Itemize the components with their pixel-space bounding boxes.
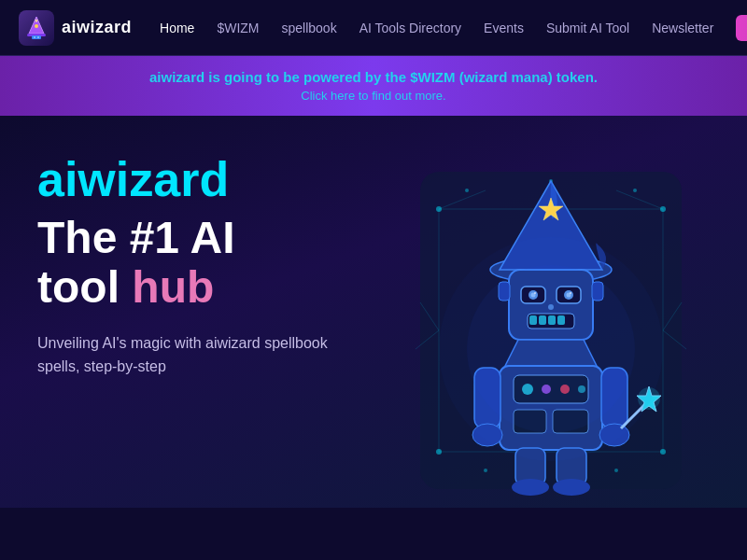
hero-brand: aiwizard [37, 153, 392, 206]
nav-item-ai-tools-directory[interactable]: AI Tools Directory [359, 21, 461, 35]
nav-item-newsletter[interactable]: Newsletter [652, 21, 713, 35]
svg-point-82 [512, 479, 549, 496]
svg-point-2 [35, 24, 38, 28]
svg-point-6 [37, 36, 39, 38]
tagline-white-2: tool [37, 262, 120, 312]
nav-item-events[interactable]: Events [484, 21, 524, 35]
tagline-white-1: The #1 AI [37, 213, 235, 262]
svg-point-14 [436, 449, 442, 455]
svg-point-83 [553, 479, 590, 496]
promo-banner[interactable]: aiwizard is going to be powered by the $… [0, 56, 747, 116]
robot-container [411, 162, 691, 498]
nav-item-affiliate[interactable]: Affiliate [736, 15, 747, 41]
svg-point-85 [439, 237, 663, 461]
site-header: aiwizard Home $WIZM spellbook AI Tools D… [0, 0, 747, 56]
hero-illustration [392, 153, 710, 508]
logo-icon [19, 10, 54, 46]
banner-main-text: aiwizard is going to be powered by the $… [19, 69, 728, 85]
logo-text: aiwizard [62, 18, 132, 37]
hero-tagline-line1: The #1 AI [37, 214, 392, 263]
nav-item-wizm[interactable]: $WIZM [217, 21, 259, 35]
svg-point-25 [484, 469, 487, 472]
banner-text-highlight: $WIZM (wizard mana) token. [410, 69, 598, 85]
hero-description: Unveiling AI's magic with aiwizard spell… [37, 331, 355, 379]
nav-item-spellbook[interactable]: spellbook [282, 21, 337, 35]
svg-point-23 [633, 189, 637, 192]
hero-tagline-line2: tool hub [37, 263, 392, 313]
svg-point-26 [614, 469, 618, 472]
main-nav: Home $WIZM spellbook AI Tools Directory … [160, 15, 747, 41]
robot-illustration [411, 162, 691, 498]
svg-point-15 [660, 449, 666, 455]
hero-content: aiwizard The #1 AI tool hub Unveiling AI… [37, 153, 392, 379]
logo-link[interactable]: aiwizard [19, 10, 132, 46]
tagline-pink-2: hub [132, 262, 214, 312]
nav-item-home[interactable]: Home [160, 21, 194, 35]
svg-point-5 [34, 36, 35, 38]
svg-point-22 [465, 189, 469, 192]
banner-text-before: aiwizard is going to be powered by the [149, 69, 410, 85]
nav-item-submit-ai-tool[interactable]: Submit AI Tool [546, 21, 629, 35]
banner-cta[interactable]: Click here to find out more. [19, 89, 728, 103]
svg-rect-4 [32, 35, 41, 39]
hero-section: aiwizard The #1 AI tool hub Unveiling AI… [0, 116, 747, 508]
